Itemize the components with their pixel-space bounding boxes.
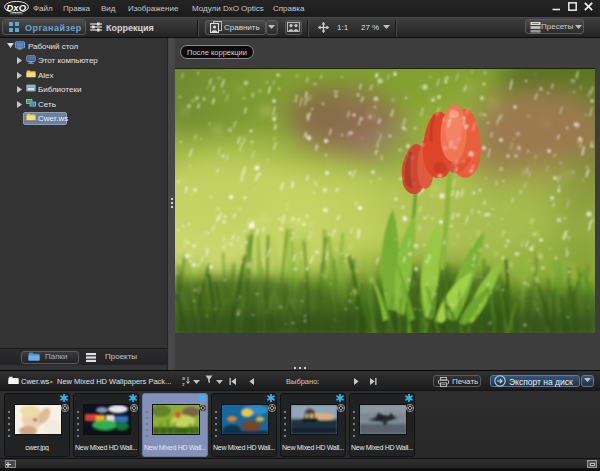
- svg-text:DxO: DxO: [7, 2, 27, 13]
- svg-text:z: z: [182, 381, 185, 386]
